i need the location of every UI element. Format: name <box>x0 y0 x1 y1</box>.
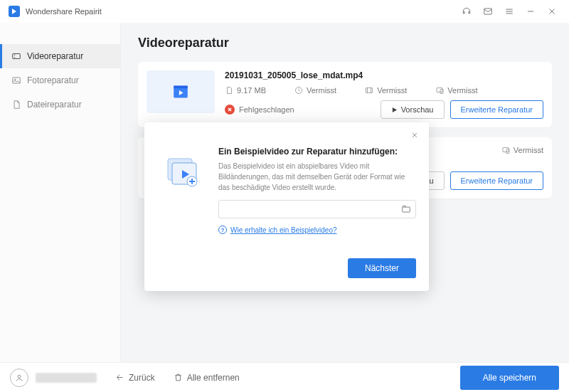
minimize-icon[interactable] <box>522 3 539 20</box>
file-device: Vermisst <box>435 86 477 95</box>
video-repair-icon <box>11 51 21 61</box>
file-status: Fehlgeschlagen <box>225 105 294 115</box>
page-title: Videoreparatur <box>138 36 552 51</box>
file-resolution: Vermisst <box>365 86 407 95</box>
svg-rect-18 <box>403 207 410 212</box>
file-repair-icon <box>11 100 21 110</box>
svg-rect-1 <box>13 54 21 59</box>
svg-point-2 <box>14 55 15 55</box>
sidebar-item-label: Videoreparatur <box>27 51 83 61</box>
file-device: Vermisst <box>501 146 543 154</box>
mail-icon[interactable] <box>479 3 496 20</box>
modal-close-button[interactable] <box>409 129 420 141</box>
file-duration: Vermisst <box>294 86 336 95</box>
file-name: 20191031_205005_lose_mdat.mp4 <box>225 70 543 80</box>
help-icon: ? <box>218 226 227 234</box>
advanced-repair-button[interactable]: Erweiterte Reparatur <box>450 171 544 190</box>
sidebar-item-photo[interactable]: Fotoreparatur <box>0 68 120 92</box>
svg-point-14 <box>18 375 21 378</box>
svg-rect-9 <box>366 88 373 93</box>
sidebar: Videoreparatur Fotoreparatur Dateirepara… <box>0 23 121 362</box>
video-thumbnail <box>147 70 215 113</box>
user-name-blurred <box>36 373 97 383</box>
modal-help-link[interactable]: ? Wie erhalte ich ein Beispielvideo? <box>218 226 416 234</box>
app-title: Wondershare Repairit <box>26 7 102 16</box>
error-icon <box>225 105 235 115</box>
titlebar: Wondershare Repairit <box>0 0 569 23</box>
sidebar-item-file[interactable]: Dateireparatur <box>0 92 120 117</box>
svg-rect-11 <box>440 90 443 94</box>
footer: Zurück Alle entfernen Alle speichern <box>0 362 569 392</box>
sample-video-illustration-icon <box>157 147 207 196</box>
app-logo <box>9 6 20 17</box>
photo-repair-icon <box>11 75 21 85</box>
remove-all-button[interactable]: Alle entfernen <box>174 373 240 383</box>
svg-rect-10 <box>437 88 442 92</box>
sidebar-item-video[interactable]: Videoreparatur <box>0 44 120 68</box>
preview-button[interactable]: Vorschau <box>381 100 445 119</box>
sample-video-input[interactable] <box>225 205 401 213</box>
user-avatar[interactable] <box>10 369 28 387</box>
sidebar-item-label: Dateireparatur <box>27 100 82 110</box>
save-all-button[interactable]: Alle speichern <box>460 366 559 390</box>
browse-folder-icon[interactable] <box>401 204 411 214</box>
close-icon[interactable] <box>543 3 560 20</box>
svg-rect-7 <box>174 86 188 89</box>
file-card: 20191031_205005_lose_mdat.mp4 9.17 MB Ve… <box>138 62 552 127</box>
svg-rect-13 <box>506 149 509 154</box>
svg-rect-12 <box>503 148 509 152</box>
modal-description: Das Beispielvideo ist ein abspielbares V… <box>218 161 416 193</box>
file-size: 9.17 MB <box>225 86 266 95</box>
menu-icon[interactable] <box>501 3 518 20</box>
svg-rect-0 <box>484 9 492 14</box>
back-button[interactable]: Zurück <box>115 373 155 383</box>
sample-video-modal: Ein Beispielvideo zur Reparatur hinzufüg… <box>144 122 429 291</box>
advanced-repair-button[interactable]: Erweiterte Reparatur <box>450 100 544 119</box>
svg-point-3 <box>14 57 15 58</box>
modal-title: Ein Beispielvideo zur Reparatur hinzufüg… <box>218 147 416 157</box>
sidebar-item-label: Fotoreparatur <box>27 75 79 85</box>
modal-next-button[interactable]: Nächster <box>348 258 416 278</box>
headset-icon[interactable] <box>458 3 475 20</box>
sample-video-input-wrap <box>218 200 416 218</box>
